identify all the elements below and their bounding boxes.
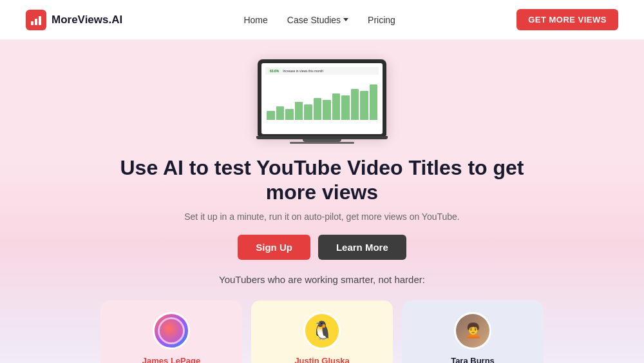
nav-case-studies[interactable]: Case Studies <box>287 15 348 25</box>
nav-pricing[interactable]: Pricing <box>368 15 395 25</box>
screen-badge: 63.6% <box>268 68 281 74</box>
logo-icon <box>26 10 46 30</box>
chart-bar <box>276 106 285 120</box>
testimonial-card-2: 🐧 Justin Gluska Gold Penguin "I've alway… <box>251 300 393 363</box>
hero-section: 63.6% Increase in views this month Use A… <box>0 40 644 363</box>
chart-bar <box>351 89 359 120</box>
avatar-james <box>153 312 190 349</box>
hero-subtitle: Set it up in a minute, run it on auto-pi… <box>13 211 631 222</box>
bar1 <box>31 21 33 25</box>
chart-bar <box>360 91 368 120</box>
learn-more-button[interactable]: Learn More <box>318 235 406 260</box>
chart-bar <box>295 102 303 120</box>
screen-header: 63.6% Increase in views this month <box>265 67 379 75</box>
get-more-views-button[interactable]: GET MORE VIEWS <box>516 9 618 30</box>
bar2 <box>35 19 37 25</box>
screen-content: 63.6% Increase in views this month <box>261 63 383 126</box>
nav-home[interactable]: Home <box>243 15 267 25</box>
chart-bar <box>267 111 275 120</box>
testimonial-name-3: Tara Burns <box>412 356 533 363</box>
hero-title: Use AI to test YouTube Video Titles to g… <box>97 155 547 205</box>
testimonial-name-2: Justin Gluska <box>261 356 383 363</box>
laptop-screen-inner: 63.6% Increase in views this month <box>261 63 383 134</box>
testimonial-name-1: James LePage <box>111 356 232 363</box>
laptop-screen-outer: 63.6% Increase in views this month <box>258 59 386 136</box>
chart-bar <box>323 100 331 120</box>
laptop-illustration: 63.6% Increase in views this month <box>13 59 631 144</box>
testimonial-card-3: 🧑‍🦱 Tara Burns Freelance Editor "I just … <box>402 300 544 363</box>
laptop: 63.6% Increase in views this month <box>258 59 386 144</box>
avatar-justin-emoji: 🐧 <box>311 320 334 341</box>
chart-bar <box>285 109 294 120</box>
testimonial-card-1: James LePage Isotropic "There's no reaso… <box>100 300 242 363</box>
logo-text: MoreViews.AI <box>52 14 122 26</box>
chart-bar <box>314 98 322 120</box>
chart-bars <box>267 81 377 120</box>
hero-tagline: YouTubers who are working smarter, not h… <box>13 274 631 285</box>
testimonials-section: James LePage Isotropic "There's no reaso… <box>13 300 631 363</box>
avatar-james-inner <box>158 317 185 344</box>
screen-chart <box>265 77 379 123</box>
chart-bar <box>341 95 350 120</box>
chart-bar <box>332 93 341 120</box>
avatar-justin: 🐧 <box>303 312 341 349</box>
logo-bars <box>31 15 41 25</box>
chevron-down-icon <box>343 18 348 21</box>
laptop-foot <box>290 142 354 144</box>
nav-links: Home Case Studies Pricing <box>243 15 395 25</box>
avatar-tara-img: 🧑‍🦱 <box>456 314 489 348</box>
hero-buttons: Sign Up Learn More <box>13 235 631 260</box>
screen-badge-label: Increase in views this month <box>283 69 323 73</box>
chart-bar <box>304 104 312 120</box>
bar3 <box>39 16 41 25</box>
chart-bar <box>370 84 378 120</box>
navbar: MoreViews.AI Home Case Studies Pricing G… <box>0 0 644 40</box>
logo[interactable]: MoreViews.AI <box>26 10 122 30</box>
signup-button[interactable]: Sign Up <box>238 235 310 260</box>
avatar-tara: 🧑‍🦱 <box>454 312 491 349</box>
